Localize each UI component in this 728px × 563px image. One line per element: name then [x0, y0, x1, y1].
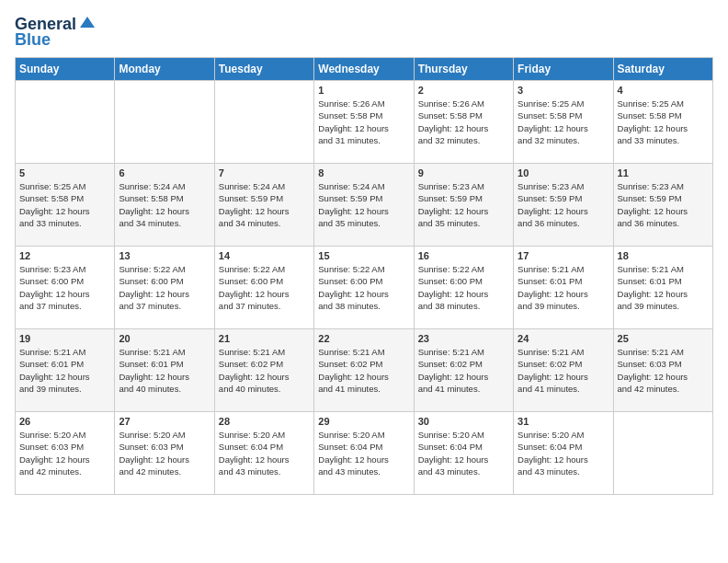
- day-number: 12: [19, 250, 110, 261]
- calendar-cell: [613, 412, 712, 495]
- day-number: 19: [19, 333, 110, 344]
- day-number: 10: [518, 167, 609, 178]
- weekday-header-tuesday: Tuesday: [214, 58, 313, 81]
- calendar-cell: 18Sunrise: 5:21 AM Sunset: 6:01 PM Dayli…: [613, 247, 712, 329]
- calendar-cell: 2Sunrise: 5:26 AM Sunset: 5:58 PM Daylig…: [414, 81, 513, 164]
- cell-info: Sunrise: 5:24 AM Sunset: 5:59 PM Dayligh…: [219, 180, 310, 229]
- cell-info: Sunrise: 5:21 AM Sunset: 6:02 PM Dayligh…: [318, 346, 409, 395]
- cell-info: Sunrise: 5:22 AM Sunset: 6:00 PM Dayligh…: [418, 263, 509, 312]
- cell-info: Sunrise: 5:21 AM Sunset: 6:01 PM Dayligh…: [618, 263, 709, 312]
- calendar-cell: 1Sunrise: 5:26 AM Sunset: 5:58 PM Daylig…: [314, 81, 414, 164]
- calendar-cell: 11Sunrise: 5:23 AM Sunset: 5:59 PM Dayli…: [613, 164, 712, 247]
- week-row-3: 12Sunrise: 5:23 AM Sunset: 6:00 PM Dayli…: [16, 247, 713, 329]
- cell-info: Sunrise: 5:23 AM Sunset: 5:59 PM Dayligh…: [618, 180, 709, 229]
- cell-info: Sunrise: 5:25 AM Sunset: 5:58 PM Dayligh…: [518, 98, 609, 146]
- day-number: 27: [119, 416, 210, 427]
- cell-info: Sunrise: 5:22 AM Sunset: 6:00 PM Dayligh…: [318, 263, 409, 312]
- calendar-cell: 17Sunrise: 5:21 AM Sunset: 6:01 PM Dayli…: [514, 247, 613, 329]
- svg-marker-0: [80, 17, 95, 28]
- cell-info: Sunrise: 5:21 AM Sunset: 6:01 PM Dayligh…: [19, 346, 110, 395]
- weekday-header-saturday: Saturday: [613, 58, 712, 81]
- calendar-cell: 14Sunrise: 5:22 AM Sunset: 6:00 PM Dayli…: [214, 247, 313, 329]
- day-number: 18: [618, 250, 709, 261]
- cell-info: Sunrise: 5:25 AM Sunset: 5:58 PM Dayligh…: [618, 98, 709, 146]
- calendar-cell: 10Sunrise: 5:23 AM Sunset: 5:59 PM Dayli…: [514, 164, 613, 247]
- week-row-4: 19Sunrise: 5:21 AM Sunset: 6:01 PM Dayli…: [16, 329, 713, 412]
- calendar-cell: 12Sunrise: 5:23 AM Sunset: 6:00 PM Dayli…: [16, 247, 115, 329]
- cell-info: Sunrise: 5:26 AM Sunset: 5:58 PM Dayligh…: [418, 98, 509, 146]
- week-row-5: 26Sunrise: 5:20 AM Sunset: 6:03 PM Dayli…: [16, 412, 713, 495]
- calendar-cell: 7Sunrise: 5:24 AM Sunset: 5:59 PM Daylig…: [214, 164, 313, 247]
- calendar-cell: 23Sunrise: 5:21 AM Sunset: 6:02 PM Dayli…: [414, 329, 513, 412]
- day-number: 25: [618, 333, 709, 344]
- week-row-2: 5Sunrise: 5:25 AM Sunset: 5:58 PM Daylig…: [16, 164, 713, 247]
- logo: General Blue: [15, 15, 97, 50]
- calendar-cell: 6Sunrise: 5:24 AM Sunset: 5:58 PM Daylig…: [115, 164, 214, 247]
- header: General Blue: [15, 15, 713, 50]
- cell-info: Sunrise: 5:26 AM Sunset: 5:58 PM Dayligh…: [318, 98, 409, 146]
- day-number: 5: [19, 167, 110, 178]
- day-number: 29: [318, 416, 409, 427]
- day-number: 8: [318, 167, 409, 178]
- cell-info: Sunrise: 5:22 AM Sunset: 6:00 PM Dayligh…: [219, 263, 310, 312]
- cell-info: Sunrise: 5:21 AM Sunset: 6:02 PM Dayligh…: [418, 346, 509, 395]
- day-number: 21: [219, 333, 310, 344]
- week-row-1: 1Sunrise: 5:26 AM Sunset: 5:58 PM Daylig…: [16, 81, 713, 164]
- cell-info: Sunrise: 5:21 AM Sunset: 6:02 PM Dayligh…: [219, 346, 310, 395]
- calendar-cell: 3Sunrise: 5:25 AM Sunset: 5:58 PM Daylig…: [514, 81, 613, 164]
- calendar-cell: [16, 81, 115, 164]
- day-number: 14: [219, 250, 310, 261]
- cell-info: Sunrise: 5:20 AM Sunset: 6:03 PM Dayligh…: [19, 429, 110, 477]
- day-number: 13: [119, 250, 210, 261]
- calendar-cell: 26Sunrise: 5:20 AM Sunset: 6:03 PM Dayli…: [16, 412, 115, 495]
- day-number: 24: [518, 333, 609, 344]
- day-number: 4: [618, 85, 709, 96]
- day-number: 16: [418, 250, 509, 261]
- calendar-cell: 9Sunrise: 5:23 AM Sunset: 5:59 PM Daylig…: [414, 164, 513, 247]
- calendar-cell: 27Sunrise: 5:20 AM Sunset: 6:03 PM Dayli…: [115, 412, 214, 495]
- calendar-cell: 13Sunrise: 5:22 AM Sunset: 6:00 PM Dayli…: [115, 247, 214, 329]
- calendar-cell: 19Sunrise: 5:21 AM Sunset: 6:01 PM Dayli…: [16, 329, 115, 412]
- calendar-cell: [115, 81, 214, 164]
- cell-info: Sunrise: 5:20 AM Sunset: 6:04 PM Dayligh…: [418, 429, 509, 477]
- day-number: 17: [518, 250, 609, 261]
- cell-info: Sunrise: 5:20 AM Sunset: 6:04 PM Dayligh…: [518, 429, 609, 477]
- day-number: 7: [219, 167, 310, 178]
- cell-info: Sunrise: 5:22 AM Sunset: 6:00 PM Dayligh…: [119, 263, 210, 312]
- day-number: 23: [418, 333, 509, 344]
- cell-info: Sunrise: 5:21 AM Sunset: 6:03 PM Dayligh…: [618, 346, 709, 395]
- logo-blue: Blue: [15, 30, 51, 50]
- calendar-cell: 5Sunrise: 5:25 AM Sunset: 5:58 PM Daylig…: [16, 164, 115, 247]
- cell-info: Sunrise: 5:21 AM Sunset: 6:02 PM Dayligh…: [518, 346, 609, 395]
- calendar-cell: 30Sunrise: 5:20 AM Sunset: 6:04 PM Dayli…: [414, 412, 513, 495]
- cell-info: Sunrise: 5:23 AM Sunset: 5:59 PM Dayligh…: [418, 180, 509, 229]
- cell-info: Sunrise: 5:20 AM Sunset: 6:03 PM Dayligh…: [119, 429, 210, 477]
- day-number: 30: [418, 416, 509, 427]
- day-number: 15: [318, 250, 409, 261]
- weekday-header-wednesday: Wednesday: [314, 58, 414, 81]
- day-number: 9: [418, 167, 509, 178]
- weekday-header-row: SundayMondayTuesdayWednesdayThursdayFrid…: [16, 58, 713, 81]
- calendar-cell: [214, 81, 313, 164]
- cell-info: Sunrise: 5:25 AM Sunset: 5:58 PM Dayligh…: [19, 180, 110, 229]
- day-number: 1: [318, 85, 409, 96]
- weekday-header-thursday: Thursday: [414, 58, 513, 81]
- day-number: 20: [119, 333, 210, 344]
- cell-info: Sunrise: 5:23 AM Sunset: 6:00 PM Dayligh…: [19, 263, 110, 312]
- cell-info: Sunrise: 5:20 AM Sunset: 6:04 PM Dayligh…: [219, 429, 310, 477]
- calendar-cell: 20Sunrise: 5:21 AM Sunset: 6:01 PM Dayli…: [115, 329, 214, 412]
- cell-info: Sunrise: 5:21 AM Sunset: 6:01 PM Dayligh…: [518, 263, 609, 312]
- calendar-cell: 8Sunrise: 5:24 AM Sunset: 5:59 PM Daylig…: [314, 164, 414, 247]
- day-number: 26: [19, 416, 110, 427]
- day-number: 22: [318, 333, 409, 344]
- calendar-cell: 28Sunrise: 5:20 AM Sunset: 6:04 PM Dayli…: [214, 412, 313, 495]
- calendar-cell: 21Sunrise: 5:21 AM Sunset: 6:02 PM Dayli…: [214, 329, 313, 412]
- cell-info: Sunrise: 5:24 AM Sunset: 5:59 PM Dayligh…: [318, 180, 409, 229]
- cell-info: Sunrise: 5:23 AM Sunset: 5:59 PM Dayligh…: [518, 180, 609, 229]
- calendar-cell: 22Sunrise: 5:21 AM Sunset: 6:02 PM Dayli…: [314, 329, 414, 412]
- calendar-cell: 16Sunrise: 5:22 AM Sunset: 6:00 PM Dayli…: [414, 247, 513, 329]
- calendar-cell: 24Sunrise: 5:21 AM Sunset: 6:02 PM Dayli…: [514, 329, 613, 412]
- weekday-header-friday: Friday: [514, 58, 613, 81]
- cell-info: Sunrise: 5:20 AM Sunset: 6:04 PM Dayligh…: [318, 429, 409, 477]
- calendar-cell: 31Sunrise: 5:20 AM Sunset: 6:04 PM Dayli…: [514, 412, 613, 495]
